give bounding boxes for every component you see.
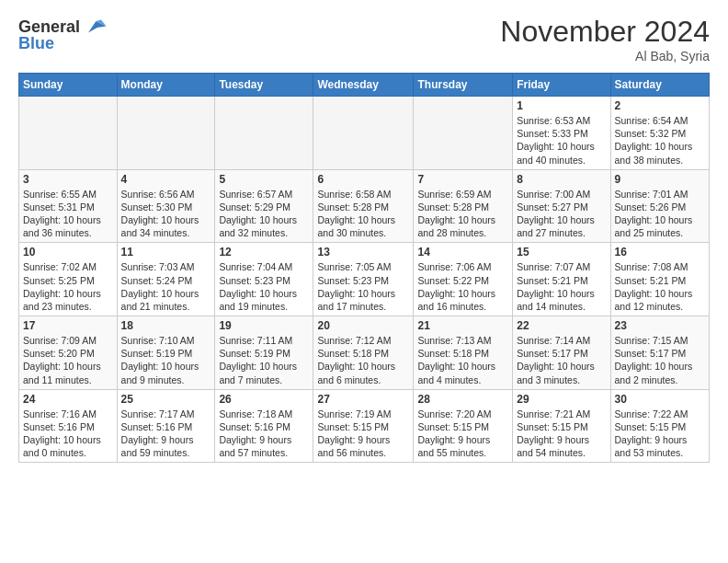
day-number: 15 xyxy=(517,246,606,259)
weekday-header-row: SundayMondayTuesdayWednesdayThursdayFrid… xyxy=(19,74,710,97)
calendar-cell xyxy=(117,97,215,170)
calendar-cell: 10Sunrise: 7:02 AM Sunset: 5:25 PM Dayli… xyxy=(19,243,118,316)
day-number: 12 xyxy=(219,246,309,259)
month-title: November 2024 xyxy=(500,15,710,49)
weekday-header-thursday: Thursday xyxy=(414,74,513,97)
page: General Blue November 2024 Al Bab, Syria… xyxy=(0,0,728,477)
logo-blue: Blue xyxy=(18,35,54,53)
calendar-cell: 3Sunrise: 6:55 AM Sunset: 5:31 PM Daylig… xyxy=(19,169,118,243)
calendar-table: SundayMondayTuesdayWednesdayThursdayFrid… xyxy=(18,73,710,463)
day-info: Sunrise: 7:06 AM Sunset: 5:22 PM Dayligh… xyxy=(417,260,508,313)
calendar-cell: 26Sunrise: 7:18 AM Sunset: 5:16 PM Dayli… xyxy=(215,389,313,463)
header: General Blue November 2024 Al Bab, Syria xyxy=(18,15,710,63)
weekday-header-saturday: Saturday xyxy=(610,74,709,97)
day-number: 23 xyxy=(615,319,705,332)
svg-marker-0 xyxy=(88,21,107,33)
calendar-cell: 21Sunrise: 7:13 AM Sunset: 5:18 PM Dayli… xyxy=(414,316,513,390)
calendar-cell xyxy=(313,97,414,170)
day-info: Sunrise: 6:55 AM Sunset: 5:31 PM Dayligh… xyxy=(23,188,113,240)
day-info: Sunrise: 6:56 AM Sunset: 5:30 PM Dayligh… xyxy=(121,188,211,240)
day-info: Sunrise: 7:14 AM Sunset: 5:17 PM Dayligh… xyxy=(517,334,606,386)
weekday-header-friday: Friday xyxy=(513,74,610,97)
day-number: 1 xyxy=(517,99,606,112)
calendar-cell: 23Sunrise: 7:15 AM Sunset: 5:17 PM Dayli… xyxy=(610,316,709,390)
day-number: 27 xyxy=(317,393,409,406)
calendar-cell: 30Sunrise: 7:22 AM Sunset: 5:15 PM Dayli… xyxy=(610,389,709,463)
day-info: Sunrise: 7:22 AM Sunset: 5:15 PM Dayligh… xyxy=(615,408,705,460)
day-number: 24 xyxy=(23,393,113,406)
day-info: Sunrise: 7:13 AM Sunset: 5:18 PM Dayligh… xyxy=(417,334,508,386)
day-number: 7 xyxy=(417,173,508,186)
weekday-header-sunday: Sunday xyxy=(19,74,118,97)
day-info: Sunrise: 7:18 AM Sunset: 5:16 PM Dayligh… xyxy=(219,408,309,460)
day-info: Sunrise: 6:59 AM Sunset: 5:28 PM Dayligh… xyxy=(417,188,508,240)
day-number: 28 xyxy=(417,393,508,406)
logo: General Blue xyxy=(18,15,108,53)
day-number: 13 xyxy=(317,246,409,259)
day-number: 14 xyxy=(417,246,508,259)
day-number: 20 xyxy=(317,319,409,332)
day-info: Sunrise: 7:08 AM Sunset: 5:21 PM Dayligh… xyxy=(615,260,705,313)
day-info: Sunrise: 6:58 AM Sunset: 5:28 PM Dayligh… xyxy=(317,188,409,240)
calendar-cell: 4Sunrise: 6:56 AM Sunset: 5:30 PM Daylig… xyxy=(117,169,215,243)
calendar-week-4: 17Sunrise: 7:09 AM Sunset: 5:20 PM Dayli… xyxy=(19,316,710,390)
day-number: 3 xyxy=(23,173,113,186)
calendar-cell: 9Sunrise: 7:01 AM Sunset: 5:26 PM Daylig… xyxy=(610,169,709,243)
calendar-cell: 22Sunrise: 7:14 AM Sunset: 5:17 PM Dayli… xyxy=(513,316,610,390)
day-number: 22 xyxy=(517,319,606,332)
day-info: Sunrise: 7:05 AM Sunset: 5:23 PM Dayligh… xyxy=(317,260,409,313)
calendar-cell: 24Sunrise: 7:16 AM Sunset: 5:16 PM Dayli… xyxy=(19,389,118,463)
weekday-header-wednesday: Wednesday xyxy=(313,74,414,97)
location-subtitle: Al Bab, Syria xyxy=(500,49,710,63)
day-number: 10 xyxy=(23,246,113,259)
day-info: Sunrise: 7:15 AM Sunset: 5:17 PM Dayligh… xyxy=(615,334,705,386)
day-info: Sunrise: 7:17 AM Sunset: 5:16 PM Dayligh… xyxy=(121,408,211,460)
calendar-cell xyxy=(19,97,118,170)
day-info: Sunrise: 6:57 AM Sunset: 5:29 PM Dayligh… xyxy=(219,188,309,240)
day-number: 5 xyxy=(219,173,309,186)
day-number: 29 xyxy=(517,393,606,406)
calendar-week-5: 24Sunrise: 7:16 AM Sunset: 5:16 PM Dayli… xyxy=(19,389,710,463)
day-number: 8 xyxy=(517,173,606,186)
weekday-header-monday: Monday xyxy=(117,74,215,97)
title-block: November 2024 Al Bab, Syria xyxy=(500,15,710,63)
calendar-cell: 11Sunrise: 7:03 AM Sunset: 5:24 PM Dayli… xyxy=(117,243,215,316)
day-info: Sunrise: 7:11 AM Sunset: 5:19 PM Dayligh… xyxy=(219,334,309,386)
day-number: 25 xyxy=(121,393,211,406)
day-info: Sunrise: 7:21 AM Sunset: 5:15 PM Dayligh… xyxy=(517,408,606,460)
day-number: 9 xyxy=(615,173,705,186)
day-info: Sunrise: 7:07 AM Sunset: 5:21 PM Dayligh… xyxy=(517,260,606,313)
calendar-cell: 17Sunrise: 7:09 AM Sunset: 5:20 PM Dayli… xyxy=(19,316,118,390)
calendar-cell: 13Sunrise: 7:05 AM Sunset: 5:23 PM Dayli… xyxy=(313,243,414,316)
day-info: Sunrise: 7:16 AM Sunset: 5:16 PM Dayligh… xyxy=(23,408,113,460)
day-info: Sunrise: 7:12 AM Sunset: 5:18 PM Dayligh… xyxy=(317,334,409,386)
day-number: 26 xyxy=(219,393,309,406)
calendar-cell: 5Sunrise: 6:57 AM Sunset: 5:29 PM Daylig… xyxy=(215,169,313,243)
calendar-cell xyxy=(215,97,313,170)
day-info: Sunrise: 7:19 AM Sunset: 5:15 PM Dayligh… xyxy=(317,408,409,460)
calendar-cell: 28Sunrise: 7:20 AM Sunset: 5:15 PM Dayli… xyxy=(414,389,513,463)
day-info: Sunrise: 7:09 AM Sunset: 5:20 PM Dayligh… xyxy=(23,334,113,386)
day-info: Sunrise: 7:04 AM Sunset: 5:23 PM Dayligh… xyxy=(219,260,309,313)
day-number: 11 xyxy=(121,246,211,259)
calendar-week-1: 1Sunrise: 6:53 AM Sunset: 5:33 PM Daylig… xyxy=(19,97,710,170)
day-number: 4 xyxy=(121,173,211,186)
weekday-header-tuesday: Tuesday xyxy=(215,74,313,97)
calendar-cell: 6Sunrise: 6:58 AM Sunset: 5:28 PM Daylig… xyxy=(313,169,414,243)
calendar-cell: 25Sunrise: 7:17 AM Sunset: 5:16 PM Dayli… xyxy=(117,389,215,463)
day-number: 21 xyxy=(417,319,508,332)
day-number: 30 xyxy=(615,393,705,406)
calendar-cell xyxy=(414,97,513,170)
calendar-cell: 18Sunrise: 7:10 AM Sunset: 5:19 PM Dayli… xyxy=(117,316,215,390)
day-number: 17 xyxy=(23,319,113,332)
calendar-cell: 27Sunrise: 7:19 AM Sunset: 5:15 PM Dayli… xyxy=(313,389,414,463)
calendar-cell: 15Sunrise: 7:07 AM Sunset: 5:21 PM Dayli… xyxy=(513,243,610,316)
calendar-cell: 19Sunrise: 7:11 AM Sunset: 5:19 PM Dayli… xyxy=(215,316,313,390)
calendar-cell: 7Sunrise: 6:59 AM Sunset: 5:28 PM Daylig… xyxy=(414,169,513,243)
calendar-cell: 12Sunrise: 7:04 AM Sunset: 5:23 PM Dayli… xyxy=(215,243,313,316)
day-number: 18 xyxy=(121,319,211,332)
day-number: 19 xyxy=(219,319,309,332)
day-info: Sunrise: 6:53 AM Sunset: 5:33 PM Dayligh… xyxy=(517,114,606,167)
calendar-cell: 29Sunrise: 7:21 AM Sunset: 5:15 PM Dayli… xyxy=(513,389,610,463)
day-info: Sunrise: 7:01 AM Sunset: 5:26 PM Dayligh… xyxy=(615,188,705,240)
